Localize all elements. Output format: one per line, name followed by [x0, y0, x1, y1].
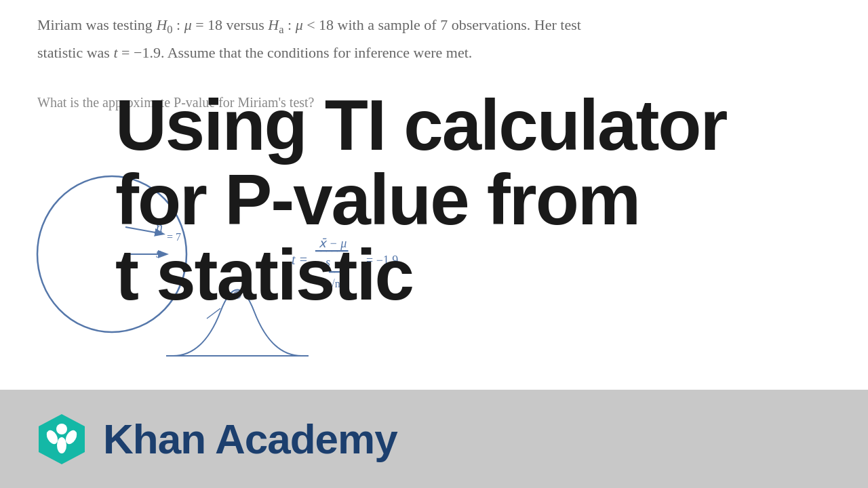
video-container: Miriam was testing H0 : μ = 18 versus Ha…	[0, 0, 868, 488]
ka-footer: Khan Academy	[0, 390, 868, 488]
ka-name: Khan Academy	[103, 415, 397, 463]
ka-hexagon-icon	[34, 411, 90, 467]
whiteboard: Miriam was testing H0 : μ = 18 versus Ha…	[0, 0, 868, 390]
ka-logo: Khan Academy	[34, 411, 397, 467]
svg-point-17	[56, 424, 67, 434]
math-problem-text: Miriam was testing H0 : μ = 18 versus Ha…	[37, 14, 831, 64]
video-title: Using TI calculator for P-value from t s…	[115, 88, 848, 312]
svg-point-20	[57, 437, 66, 453]
math-line1: Miriam was testing H0 : μ = 18 versus Ha…	[37, 14, 831, 39]
math-line2: statistic was t = −1.9. Assume that the …	[37, 41, 831, 64]
